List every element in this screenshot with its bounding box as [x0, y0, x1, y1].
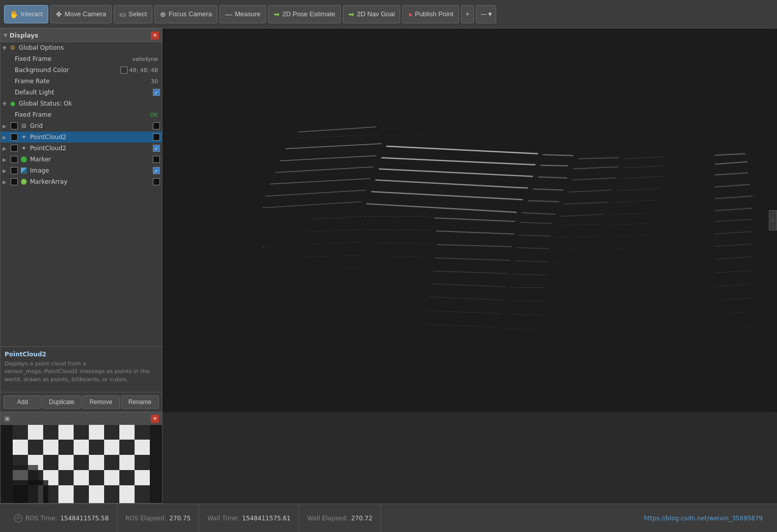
displays-expand-icon: ▼ — [4, 32, 8, 38]
image-item[interactable]: ▶ Image — [1, 165, 162, 176]
move-camera-label: Move Camera — [64, 10, 106, 18]
nav-goal-label: 2D Nav Goal — [357, 10, 395, 18]
grid-icon: ⊞ — [20, 122, 28, 130]
camera-small-icon: ▣ — [4, 415, 11, 422]
marker-checkbox[interactable] — [11, 156, 18, 163]
more-options-button[interactable]: — ▼ — [476, 5, 496, 23]
image-checkbox[interactable] — [11, 167, 18, 174]
fixed-frame-value: velodyne — [133, 56, 158, 62]
add-button[interactable]: Add — [4, 395, 42, 409]
svg-rect-4 — [89, 425, 104, 440]
wall-time-value: 1548411575.61 — [242, 515, 290, 522]
image-arrow: ▶ — [3, 168, 9, 174]
ros-time-value: 1548411575.58 — [60, 515, 109, 522]
pc2-1-icon: ✦ — [20, 133, 28, 141]
background-color-label: Background Color — [15, 66, 120, 74]
nav-goal-button[interactable]: ➡ 2D Nav Goal — [343, 5, 400, 23]
interact-button[interactable]: 🖐 Interact — [4, 5, 48, 23]
background-color-item[interactable]: Background Color 48; 48; 48 — [1, 64, 162, 76]
global-status-label: Global Status: Ok — [19, 100, 160, 107]
grid-checkbox[interactable] — [11, 122, 18, 129]
publish-point-button[interactable]: ● Publish Point — [402, 5, 459, 23]
grid-arrow: ▶ — [3, 123, 9, 129]
pointcloud2-1-item[interactable]: ▶ ✦ PointCloud2 — [1, 131, 162, 143]
select-label: Select — [128, 10, 147, 18]
marker-visibility[interactable] — [153, 156, 160, 163]
pose-icon: ➡ — [274, 10, 280, 18]
marker-array-item[interactable]: ▶ MarkerArray — [1, 176, 162, 187]
image-icon — [20, 167, 28, 175]
default-light-checkbox[interactable] — [153, 89, 160, 96]
marker-array-checkbox[interactable] — [11, 178, 18, 185]
desc-text: Displays a point cloud from a sensor_msg… — [5, 360, 158, 383]
wall-elapsed-item: Wall Elapsed: 270.72 — [299, 504, 381, 532]
svg-rect-9 — [104, 440, 119, 455]
left-panel: ▼ Displays ✕ ▼ ⚙ Global Options Fixed Fr… — [0, 28, 163, 412]
image-visibility[interactable] — [153, 167, 160, 174]
measure-button[interactable]: — Measure — [219, 5, 266, 23]
statusbar: ⏱ ROS Time: 1548411575.58 ROS Elapsed: 2… — [0, 504, 777, 532]
marker-array-visibility[interactable] — [153, 178, 160, 185]
svg-point-153 — [263, 246, 264, 247]
svg-rect-13 — [89, 455, 104, 470]
wall-elapsed-label: Wall Elapsed: — [307, 515, 348, 522]
select-icon: ▭ — [119, 10, 126, 18]
wall-time-item: Wall Time: 1548411575.61 — [199, 504, 299, 532]
fixed-frame-item[interactable]: Fixed Frame velodyne — [1, 53, 162, 64]
svg-rect-5 — [119, 425, 135, 440]
grid-item[interactable]: ▶ ⊞ Grid — [1, 120, 162, 131]
grid-visibility[interactable] — [153, 122, 160, 129]
status-fixed-frame-item: Fixed Frame OK — [1, 109, 162, 120]
pc2-2-icon: ✦ — [20, 144, 28, 152]
marker-arrow: ▶ — [3, 157, 9, 162]
background-color-value: 48; 48; 48 — [130, 67, 158, 74]
svg-rect-23 — [119, 485, 135, 503]
status-ff-label: Fixed Frame — [15, 111, 150, 118]
pointcloud2-2-item[interactable]: ▶ ✦ PointCloud2 — [1, 143, 162, 154]
displays-close-button[interactable]: ✕ — [151, 31, 159, 40]
camera-feed — [1, 425, 162, 503]
pc2-1-visibility[interactable] — [153, 134, 160, 141]
rename-button[interactable]: Rename — [121, 395, 159, 409]
frame-rate-item[interactable]: Frame Rate 30 — [1, 76, 162, 87]
pc2-1-label: PointCloud2 — [30, 134, 151, 141]
collapse-handle[interactable]: ‹ — [769, 210, 777, 230]
camera-image — [13, 425, 150, 503]
ros-elapsed-label: ROS Elapsed: — [125, 515, 166, 522]
select-button[interactable]: ▭ Select — [114, 5, 152, 23]
pose-estimate-button[interactable]: ➡ 2D Pose Estimate — [268, 5, 341, 23]
wall-elapsed-value: 270.72 — [351, 515, 372, 522]
ros-elapsed-value: 270.75 — [169, 515, 190, 522]
fixed-frame-label: Fixed Frame — [15, 55, 133, 62]
pc2-2-visibility[interactable] — [153, 145, 160, 152]
duplicate-button[interactable]: Duplicate — [43, 395, 81, 409]
pc2-1-checkbox[interactable] — [11, 134, 18, 141]
frame-rate-label: Frame Rate — [15, 78, 151, 85]
pose-label: 2D Pose Estimate — [282, 10, 335, 18]
description-panel: PointCloud2 Displays a point cloud from … — [0, 347, 163, 392]
measure-label: Measure — [235, 10, 261, 18]
svg-point-155 — [270, 247, 271, 248]
frame-rate-value: 30 — [151, 78, 158, 85]
background-color-swatch — [120, 66, 127, 74]
image-label: Image — [30, 167, 151, 174]
marker-item[interactable]: ▶ Marker — [1, 154, 162, 165]
move-camera-button[interactable]: ✥ Move Camera — [50, 5, 112, 23]
status-ff-value: OK — [150, 112, 158, 118]
global-options-item[interactable]: ▼ ⚙ Global Options — [1, 42, 162, 53]
viewport[interactable]: ‹ — [163, 28, 777, 412]
ros-elapsed-item: ROS Elapsed: 270.75 — [117, 504, 199, 532]
marker-array-icon — [20, 178, 28, 186]
add-tool-button[interactable]: + — [461, 5, 474, 23]
csdn-link[interactable]: https://blog.csdn.net/weixin_35695879 — [644, 515, 763, 522]
focus-camera-button[interactable]: ⊕ Focus Camera — [154, 5, 217, 23]
dropdown-arrow: ▼ — [488, 12, 492, 17]
camera-close-button[interactable]: ✕ — [151, 415, 159, 423]
default-light-label: Default Light — [15, 89, 151, 96]
pc2-2-checkbox[interactable] — [11, 145, 18, 152]
remove-button[interactable]: Remove — [82, 395, 120, 409]
global-options-arrow: ▼ — [3, 45, 9, 51]
global-status-item[interactable]: ▼ ● Global Status: Ok — [1, 98, 162, 109]
default-light-item[interactable]: Default Light — [1, 87, 162, 98]
measure-icon: — — [225, 10, 232, 18]
